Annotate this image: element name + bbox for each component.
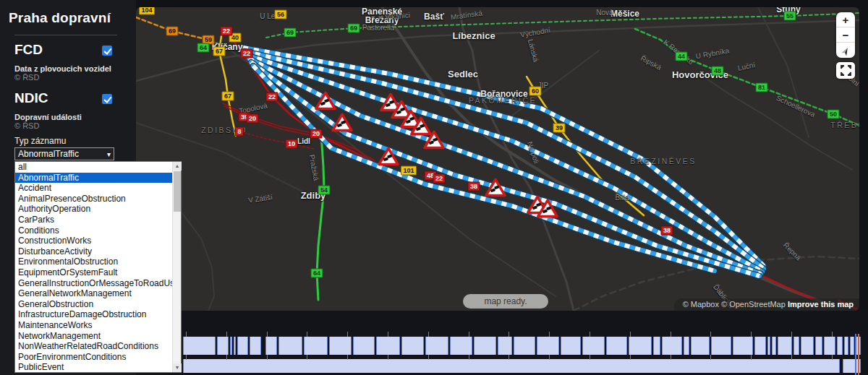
timeline-segment-upper[interactable]: [217, 337, 229, 355]
dropdown-option-abnormaltraffic[interactable]: AbnormalTraffic: [15, 173, 172, 184]
timeline-segment-upper[interactable]: [684, 337, 689, 355]
timeline-segment-upper[interactable]: [250, 337, 261, 355]
layer-fcd-checkbox[interactable]: [102, 46, 112, 56]
dropdown-option-environmentalobstruction[interactable]: EnvironmentalObstruction: [15, 257, 172, 267]
scrollbar-thumb[interactable]: [174, 171, 181, 212]
road-badge-22[interactable]: 22: [240, 49, 252, 59]
road-badge-60[interactable]: 60: [529, 87, 541, 96]
timeline-segment-upper[interactable]: [183, 337, 216, 355]
road-badge-64[interactable]: 64: [310, 269, 323, 278]
traffic-warning-icon[interactable]: [537, 199, 558, 221]
timeline-segment-upper[interactable]: [824, 337, 835, 355]
road-badge-48[interactable]: 48: [711, 66, 723, 76]
dropdown-option-conditions[interactable]: Conditions: [15, 225, 172, 236]
timeline-segment-upper[interactable]: [234, 337, 236, 355]
attribution-improve-link[interactable]: Improve this map: [788, 300, 854, 309]
road-badge-104[interactable]: 104: [139, 7, 155, 15]
compass-button[interactable]: [836, 43, 855, 58]
dropdown-option-generalnetworkmanagement[interactable]: GeneralNetworkManagement: [15, 288, 172, 299]
dropdown-option-all[interactable]: all: [15, 162, 172, 173]
timeline-segment-upper[interactable]: [629, 337, 652, 355]
timeline-segment-upper[interactable]: [754, 337, 766, 355]
dropdown-scrollbar[interactable]: ▲ ▼: [172, 162, 181, 372]
timeline-segment-upper[interactable]: [767, 337, 770, 355]
road-badge-38[interactable]: 38: [467, 182, 480, 191]
timeline[interactable]: [136, 311, 868, 375]
timeline-segment-upper[interactable]: [801, 337, 814, 355]
road-badge-56[interactable]: 56: [274, 10, 286, 20]
timeline-segment-lower[interactable]: [183, 359, 840, 373]
dropdown-option-accident[interactable]: Accident: [15, 183, 172, 194]
road-badge-69[interactable]: 69: [284, 28, 296, 38]
road-badge-44[interactable]: 44: [675, 52, 687, 61]
dropdown-option-authorityoperation[interactable]: AuthorityOperation: [15, 204, 172, 215]
dropdown-option-constructionworks[interactable]: ConstructionWorks: [15, 236, 172, 246]
timeline-segment-upper[interactable]: [850, 337, 854, 355]
timeline-segment-upper[interactable]: [278, 337, 302, 355]
dropdown-option-publicevent[interactable]: PublicEvent: [15, 362, 172, 372]
timeline-segment-upper[interactable]: [450, 337, 472, 355]
scroll-down-icon[interactable]: ▼: [173, 363, 182, 372]
timeline-segment-upper[interactable]: [498, 337, 512, 355]
record-type-select[interactable]: AbnormalTraffic ▾: [14, 147, 114, 160]
traffic-warning-icon[interactable]: [378, 147, 399, 169]
timeline-segment-upper[interactable]: [230, 337, 232, 355]
road-badge-22[interactable]: 22: [220, 27, 232, 36]
timeline-segment-upper[interactable]: [711, 337, 731, 355]
traffic-warning-icon[interactable]: [331, 113, 353, 135]
fullscreen-button[interactable]: [836, 62, 855, 79]
road-badge-64[interactable]: 64: [197, 43, 209, 53]
timeline-segment-upper[interactable]: [425, 337, 448, 355]
timeline-segment-upper[interactable]: [329, 337, 352, 355]
traffic-warning-icon[interactable]: [423, 130, 445, 152]
timeline-segment-upper[interactable]: [582, 337, 605, 355]
dropdown-option-generalobstruction[interactable]: GeneralObstruction: [15, 299, 172, 310]
timeline-segment-upper[interactable]: [662, 337, 682, 355]
dropdown-option-animalpresenceobstruction[interactable]: AnimalPresenceObstruction: [15, 194, 172, 204]
timeline-segment-upper[interactable]: [265, 337, 277, 355]
dropdown-option-equipmentorsystemfault[interactable]: EquipmentOrSystemFault: [15, 267, 172, 278]
timeline-cursor-blue[interactable]: [855, 334, 856, 375]
timeline-segment-upper[interactable]: [537, 337, 559, 355]
timeline-segment-upper[interactable]: [653, 337, 660, 355]
road-badge-50[interactable]: 50: [827, 110, 839, 119]
timeline-segment-upper[interactable]: [401, 337, 424, 355]
road-badge-39[interactable]: 39: [553, 124, 565, 133]
timeline-segment-upper[interactable]: [733, 337, 753, 355]
dropdown-option-infrastructuredamageobstruction[interactable]: InfrastructureDamageObstruction: [15, 309, 172, 320]
timeline-segment-upper[interactable]: [561, 337, 581, 355]
road-badge-22[interactable]: 22: [433, 174, 445, 184]
traffic-warning-icon[interactable]: [315, 91, 336, 113]
zoom-in-button[interactable]: +: [836, 12, 855, 27]
layer-ndic-checkbox[interactable]: [102, 94, 112, 104]
timeline-segment-upper[interactable]: [304, 337, 328, 355]
timeline-segment-upper[interactable]: [606, 337, 627, 355]
timeline-segment-upper[interactable]: [237, 337, 248, 355]
dropdown-option-networkmanagement[interactable]: NetworkManagement: [15, 331, 172, 342]
timeline-segment-upper[interactable]: [514, 337, 535, 355]
zoom-out-button[interactable]: −: [836, 27, 855, 43]
attribution-mapbox[interactable]: © Mapbox: [683, 300, 719, 309]
scroll-up-icon[interactable]: ▲: [173, 162, 182, 171]
dropdown-option-generalinstructionormessagetoroadusers[interactable]: GeneralInstructionOrMessageToRoadUsers: [15, 278, 172, 289]
timeline-segment-upper[interactable]: [778, 337, 792, 355]
road-badge-67[interactable]: 67: [213, 47, 225, 56]
road-badge-101[interactable]: 101: [401, 166, 417, 176]
attribution-osm[interactable]: © OpenStreetMap: [721, 300, 786, 309]
timeline-segment-upper[interactable]: [376, 337, 400, 355]
road-badge-55[interactable]: 55: [783, 12, 796, 21]
road-badge-20[interactable]: 20: [310, 129, 322, 139]
timeline-segment-upper[interactable]: [474, 337, 496, 355]
map[interactable]: PanenskéBřežanyBašťMěšiceStunyLíbezniceS…: [136, 7, 859, 311]
road-badge-38[interactable]: 38: [660, 226, 673, 236]
dropdown-option-maintenanceworks[interactable]: MaintenanceWorks: [15, 320, 172, 331]
road-badge-69[interactable]: 69: [166, 27, 178, 36]
timeline-segment-upper[interactable]: [844, 337, 848, 355]
timeline-segment-upper[interactable]: [793, 337, 799, 355]
road-badge-10[interactable]: 10: [285, 139, 297, 149]
timeline-segment-upper[interactable]: [815, 337, 822, 355]
timeline-segment-upper[interactable]: [691, 337, 710, 355]
road-badge-22[interactable]: 22: [265, 92, 278, 102]
road-badge-20[interactable]: 20: [246, 114, 258, 124]
road-badge-81[interactable]: 81: [755, 83, 767, 92]
